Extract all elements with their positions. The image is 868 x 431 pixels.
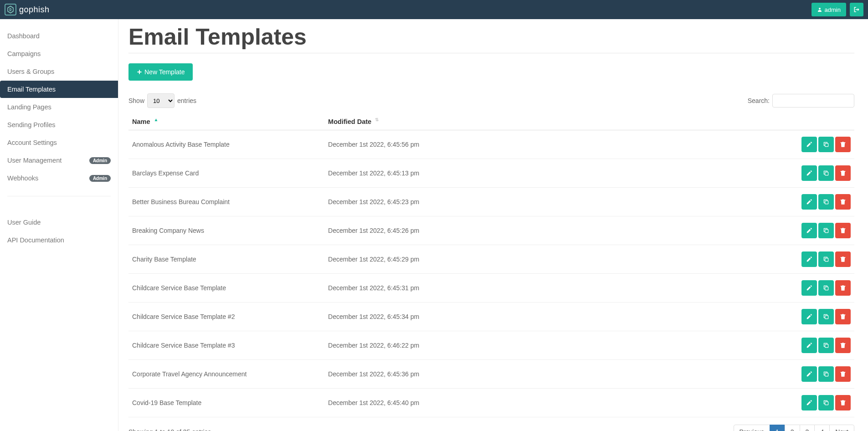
sidebar-item-campaigns[interactable]: Campaigns [0,45,118,62]
table-row: Covid-19 Base TemplateDecember 1st 2022,… [128,388,854,417]
sidebar-item-user-guide[interactable]: User Guide [0,214,118,231]
trash-icon [840,227,846,234]
sidebar-item-dashboard[interactable]: Dashboard [0,27,118,45]
sidebar-item-label: Sending Profiles [7,121,56,128]
delete-button[interactable] [835,223,851,238]
cell-modified: December 1st 2022, 6:45:29 pm [324,245,781,273]
pencil-icon [806,313,812,320]
edit-button[interactable] [801,251,817,267]
user-menu-button[interactable]: admin [812,3,846,16]
copy-button[interactable] [818,194,834,210]
sidebar-item-users-groups[interactable]: Users & Groups [0,63,118,80]
cell-modified: December 1st 2022, 6:45:34 pm [324,302,781,331]
sidebar: DashboardCampaignsUsers & GroupsEmail Te… [0,19,118,431]
edit-button[interactable] [801,223,817,238]
delete-button[interactable] [835,280,851,296]
cell-modified: December 1st 2022, 6:45:23 pm [324,187,781,216]
edit-button[interactable] [801,366,817,382]
pagination-page-2[interactable]: 2 [785,425,800,431]
delete-button[interactable] [835,165,851,181]
page-size-select[interactable]: 10 [147,93,175,108]
pagination-page-1[interactable]: 1 [770,425,785,431]
sidebar-item-label: Campaigns [7,50,41,57]
logout-button[interactable] [850,3,863,16]
pencil-icon [806,170,812,176]
delete-button[interactable] [835,251,851,267]
copy-button[interactable] [818,165,834,181]
svg-rect-1 [825,143,828,146]
pagination-next[interactable]: Next [829,425,854,431]
brand-logo[interactable]: gophish [5,4,50,15]
search-input[interactable] [772,94,854,108]
copy-button[interactable] [818,366,834,382]
pencil-icon [806,285,812,291]
copy-icon [823,285,829,291]
copy-button[interactable] [818,309,834,324]
table-row: Charity Base TemplateDecember 1st 2022, … [128,245,854,273]
edit-button[interactable] [801,309,817,324]
cell-modified: December 1st 2022, 6:45:26 pm [324,216,781,245]
admin-badge: Admin [89,157,111,164]
copy-icon [823,371,829,377]
pagination-page-4[interactable]: 4 [814,425,830,431]
sidebar-item-label: Dashboard [7,32,40,40]
delete-button[interactable] [835,395,851,410]
sort-neutral-icon: ⇅ [375,117,379,122]
edit-button[interactable] [801,338,817,353]
copy-icon [823,342,829,349]
cell-name: Charity Base Template [128,245,324,273]
sidebar-item-user-management[interactable]: User ManagementAdmin [0,152,118,169]
copy-icon [823,313,829,320]
copy-button[interactable] [818,280,834,296]
copy-icon [823,170,829,176]
admin-badge: Admin [89,175,111,182]
table-row: Childcare Service Base TemplateDecember … [128,273,854,302]
logout-icon [853,6,860,13]
sidebar-item-landing-pages[interactable]: Landing Pages [0,98,118,116]
table-row: Breaking Company NewsDecember 1st 2022, … [128,216,854,245]
pencil-icon [806,199,812,205]
edit-button[interactable] [801,194,817,210]
sidebar-item-email-templates[interactable]: Email Templates [0,81,118,98]
copy-button[interactable] [818,251,834,267]
column-name[interactable]: Name ▲ [128,113,324,130]
cell-actions [781,302,854,331]
sidebar-item-webhooks[interactable]: WebhooksAdmin [0,169,118,187]
copy-icon [823,227,829,234]
delete-button[interactable] [835,338,851,353]
sidebar-item-api-documentation[interactable]: API Documentation [0,231,118,249]
copy-button[interactable] [818,338,834,353]
sidebar-item-label: Account Settings [7,139,57,146]
delete-button[interactable] [835,366,851,382]
cell-actions [781,331,854,359]
edit-button[interactable] [801,395,817,410]
edit-button[interactable] [801,137,817,152]
new-template-label: New Template [144,68,185,76]
delete-button[interactable] [835,309,851,324]
sidebar-item-label: Email Templates [7,86,56,93]
pagination-page-3[interactable]: 3 [800,425,815,431]
table-row: Better Business Bureau ComplaintDecember… [128,187,854,216]
sidebar-item-sending-profiles[interactable]: Sending Profiles [0,116,118,133]
delete-button[interactable] [835,137,851,152]
new-template-button[interactable]: New Template [128,63,193,81]
cell-name: Breaking Company News [128,216,324,245]
page-size-control: Show 10 entries [128,93,196,108]
sidebar-item-account-settings[interactable]: Account Settings [0,134,118,151]
copy-button[interactable] [818,137,834,152]
column-modified[interactable]: Modified Date ⇅ [324,113,781,130]
pagination-prev[interactable]: Previous [734,425,770,431]
cell-modified: December 1st 2022, 6:46:22 pm [324,331,781,359]
cell-name: Better Business Bureau Complaint [128,187,324,216]
pencil-icon [806,227,812,234]
copy-button[interactable] [818,223,834,238]
edit-button[interactable] [801,280,817,296]
copy-button[interactable] [818,395,834,410]
edit-button[interactable] [801,165,817,181]
cell-name: Childcare Service Base Template #3 [128,331,324,359]
pencil-icon [806,141,812,148]
cell-actions [781,359,854,388]
table-info: Showing 1 to 10 of 35 entries [128,428,211,431]
trash-icon [840,285,846,291]
delete-button[interactable] [835,194,851,210]
